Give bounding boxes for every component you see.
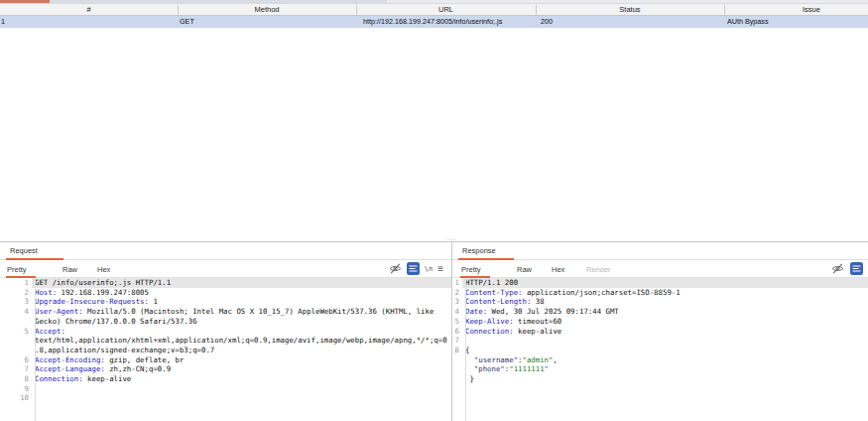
column-header-issue[interactable]: Issue bbox=[724, 5, 868, 15]
code-text bbox=[462, 336, 868, 346]
response-view-tabs: Pretty Raw Hex Render bbox=[452, 260, 868, 278]
tab-pretty[interactable]: Pretty bbox=[461, 265, 481, 274]
code-text: text/html,application/xhtml+xml,applicat… bbox=[32, 336, 451, 346]
code-line: "username":"admin", bbox=[452, 355, 868, 365]
line-number: 5 bbox=[452, 317, 462, 327]
code-text: Content-Length: 38 bbox=[462, 297, 868, 307]
response-tab-label[interactable]: Response bbox=[462, 246, 496, 255]
code-text bbox=[32, 393, 451, 403]
code-line: text/html,application/xhtml+xml,applicat… bbox=[0, 336, 451, 346]
response-editor[interactable]: 1HTTP/1.1 2002Content-Type: application/… bbox=[452, 278, 868, 421]
request-panel-header: Request bbox=[0, 242, 451, 260]
hide-icon[interactable] bbox=[831, 262, 844, 275]
line-number bbox=[0, 336, 32, 346]
code-text: Connection: keep-alive bbox=[32, 374, 451, 384]
code-text: GET /info/userinfo;.js HTTP/1.1 bbox=[32, 278, 451, 288]
column-separator bbox=[178, 5, 179, 15]
line-number bbox=[0, 346, 32, 355]
code-line: 10 bbox=[0, 393, 451, 403]
column-header-url[interactable]: URL bbox=[356, 5, 536, 15]
row-cell-issue[interactable]: AUth Bypass bbox=[727, 16, 769, 28]
line-number: 7 bbox=[0, 364, 32, 374]
code-line: 4Date: Wed, 30 Jul 2025 09:17:44 GMT bbox=[452, 307, 868, 317]
pretty-print-icon[interactable] bbox=[850, 262, 863, 275]
code-line: 7Accept-Language: zh,zh-CN;q=0.9 bbox=[0, 364, 451, 374]
code-text: Host: 192.168.199.247:8005 bbox=[32, 288, 451, 298]
code-line: 2Content-Type: application/json;charset=… bbox=[452, 288, 868, 298]
line-number: 4 bbox=[452, 307, 462, 317]
tab-pretty[interactable]: Pretty bbox=[7, 265, 27, 274]
column-separator bbox=[536, 5, 537, 15]
tab-raw[interactable]: Raw bbox=[517, 265, 532, 274]
code-line: Gecko) Chrome/137.0.0.0 Safari/537.36 bbox=[0, 317, 451, 327]
line-number: 6 bbox=[452, 327, 462, 337]
line-number: 9 bbox=[0, 384, 32, 394]
code-text: "username":"admin", bbox=[462, 355, 868, 365]
code-line: 1GET /info/userinfo;.js HTTP/1.1 bbox=[0, 278, 451, 288]
line-number: 6 bbox=[0, 355, 32, 365]
table-row[interactable]: 1GEThttp://192.168.199.247:8005/info/use… bbox=[0, 16, 868, 28]
code-text: .8,application/signed-exchange;v=b3;q=0.… bbox=[32, 346, 451, 355]
newline-icon[interactable]: \n bbox=[425, 265, 433, 273]
request-tab-label[interactable]: Request bbox=[10, 246, 38, 255]
line-number: 3 bbox=[452, 297, 462, 307]
line-number-rule bbox=[35, 278, 36, 421]
hide-icon[interactable] bbox=[389, 262, 402, 275]
request-view-tabs: Pretty Raw Hex \n ≡ bbox=[0, 260, 451, 278]
code-text: Date: Wed, 30 Jul 2025 09:17:44 GMT bbox=[462, 307, 868, 317]
tab-render[interactable]: Render bbox=[586, 265, 611, 274]
request-panel: Request Pretty Raw Hex \n ≡ 1GET /info/u… bbox=[0, 242, 451, 421]
line-number: 4 bbox=[0, 307, 32, 317]
code-line: 5Keep-Alive: timeout=60 bbox=[452, 317, 868, 327]
code-text: HTTP/1.1 200 bbox=[462, 278, 868, 288]
code-line: 3Content-Length: 38 bbox=[452, 297, 868, 307]
menu-icon[interactable]: ≡ bbox=[437, 262, 443, 275]
code-text: Gecko) Chrome/137.0.0.0 Safari/537.36 bbox=[32, 317, 451, 327]
line-number: 7 bbox=[452, 336, 462, 346]
column-separator bbox=[356, 5, 357, 15]
line-number: 1 bbox=[452, 278, 462, 288]
code-line: 6Accept-Encoding: gzip, deflate, br bbox=[0, 355, 451, 365]
code-text: User-Agent: Mozilla/5.0 (Macintosh; Inte… bbox=[32, 307, 451, 317]
line-number: 8 bbox=[0, 374, 32, 384]
line-number bbox=[0, 317, 32, 327]
code-line: 7 bbox=[452, 336, 868, 346]
code-text: Content-Type: application/json;charset=I… bbox=[462, 288, 868, 298]
results-table-header: #MethodURLStatusIssue bbox=[0, 3, 868, 16]
response-panel-header: Response bbox=[452, 242, 868, 260]
line-number: 5 bbox=[0, 327, 32, 337]
code-line: 3Upgrade-Insecure-Requests: 1 bbox=[0, 297, 451, 307]
code-line: 9 bbox=[0, 384, 451, 394]
code-line: 8Connection: keep-alive bbox=[0, 374, 451, 384]
code-line: "phone":"1111111" bbox=[452, 364, 868, 374]
row-cell-url[interactable]: http://192.168.199.247:8005/info/userinf… bbox=[363, 16, 502, 28]
row-cell-method[interactable]: GET bbox=[180, 16, 194, 28]
row-cell--[interactable]: 1 bbox=[1, 16, 5, 28]
code-text: } bbox=[462, 374, 868, 384]
line-number: 3 bbox=[0, 297, 32, 307]
row-cell-status[interactable]: 200 bbox=[541, 16, 553, 28]
code-text: Keep-Alive: timeout=60 bbox=[462, 317, 868, 327]
code-line: .8,application/signed-exchange;v=b3;q=0.… bbox=[0, 346, 451, 355]
tab-hex[interactable]: Hex bbox=[97, 265, 110, 274]
pretty-print-icon[interactable] bbox=[407, 262, 420, 275]
code-text: Accept: bbox=[32, 327, 451, 337]
request-editor[interactable]: 1GET /info/userinfo;.js HTTP/1.12Host: 1… bbox=[0, 278, 451, 421]
code-line: 8{ bbox=[452, 346, 868, 355]
line-number: 2 bbox=[452, 288, 462, 298]
line-number bbox=[452, 355, 462, 365]
tab-raw[interactable]: Raw bbox=[62, 265, 77, 274]
column-header-method[interactable]: Method bbox=[178, 5, 356, 15]
code-text: Accept-Language: zh,zh-CN;q=0.9 bbox=[32, 364, 451, 374]
request-toolbar-icons: \n ≡ bbox=[389, 262, 443, 275]
line-number bbox=[452, 364, 462, 374]
line-number: 8 bbox=[452, 346, 462, 355]
tab-hex[interactable]: Hex bbox=[552, 265, 564, 274]
code-line: } bbox=[452, 374, 868, 384]
code-text: Upgrade-Insecure-Requests: 1 bbox=[32, 297, 451, 307]
line-number-rule bbox=[465, 278, 466, 421]
column-header-status[interactable]: Status bbox=[536, 5, 724, 15]
code-line: 6Connection: keep-alive bbox=[452, 327, 868, 337]
column-separator bbox=[724, 5, 725, 15]
column-header--[interactable]: # bbox=[0, 5, 178, 15]
